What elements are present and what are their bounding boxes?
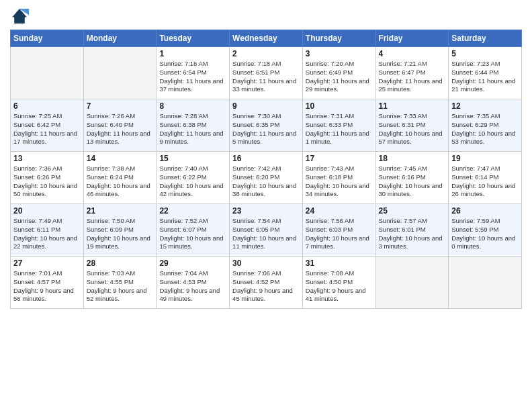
- day-header-saturday: Saturday: [449, 30, 522, 47]
- day-number: 2: [232, 49, 300, 58]
- calendar-cell: 31Sunrise: 7:08 AM Sunset: 4:50 PM Dayli…: [302, 257, 375, 309]
- day-info: Sunrise: 7:04 AM Sunset: 4:53 PM Dayligh…: [159, 269, 226, 304]
- calendar-cell: [11, 47, 84, 99]
- day-number: 5: [451, 49, 519, 58]
- calendar-cell: 3Sunrise: 7:20 AM Sunset: 6:49 PM Daylig…: [302, 47, 375, 99]
- calendar-cell: 21Sunrise: 7:50 AM Sunset: 6:09 PM Dayli…: [83, 204, 157, 257]
- day-number: 9: [232, 101, 300, 111]
- calendar-cell: 25Sunrise: 7:57 AM Sunset: 6:01 PM Dayli…: [375, 204, 449, 257]
- day-number: 3: [306, 49, 373, 58]
- week-row-3: 20Sunrise: 7:49 AM Sunset: 6:11 PM Dayli…: [11, 204, 522, 257]
- day-info: Sunrise: 7:36 AM Sunset: 6:26 PM Dayligh…: [13, 165, 81, 199]
- calendar-cell: 28Sunrise: 7:03 AM Sunset: 4:55 PM Dayli…: [83, 257, 157, 309]
- calendar-cell: 22Sunrise: 7:52 AM Sunset: 6:07 PM Dayli…: [157, 204, 230, 257]
- day-info: Sunrise: 7:31 AM Sunset: 6:33 PM Dayligh…: [306, 112, 373, 146]
- calendar-cell: 16Sunrise: 7:42 AM Sunset: 6:20 PM Dayli…: [230, 152, 303, 204]
- day-header-monday: Monday: [83, 30, 157, 47]
- day-number: 14: [87, 154, 154, 163]
- calendar-cell: 23Sunrise: 7:54 AM Sunset: 6:05 PM Dayli…: [230, 204, 303, 257]
- day-info: Sunrise: 7:03 AM Sunset: 4:55 PM Dayligh…: [87, 269, 154, 304]
- calendar-cell: 26Sunrise: 7:59 AM Sunset: 5:59 PM Dayli…: [449, 204, 522, 257]
- day-info: Sunrise: 7:28 AM Sunset: 6:38 PM Dayligh…: [159, 112, 226, 146]
- day-number: 1: [159, 49, 226, 58]
- calendar-cell: 11Sunrise: 7:33 AM Sunset: 6:31 PM Dayli…: [375, 99, 449, 152]
- day-number: 10: [306, 101, 373, 111]
- day-info: Sunrise: 7:08 AM Sunset: 4:50 PM Dayligh…: [306, 269, 373, 304]
- day-info: Sunrise: 7:43 AM Sunset: 6:18 PM Dayligh…: [306, 165, 373, 199]
- day-number: 25: [379, 206, 446, 216]
- day-number: 7: [87, 101, 154, 111]
- day-info: Sunrise: 7:47 AM Sunset: 6:14 PM Dayligh…: [451, 165, 519, 199]
- day-number: 22: [159, 206, 226, 216]
- week-row-4: 27Sunrise: 7:01 AM Sunset: 4:57 PM Dayli…: [11, 257, 522, 309]
- day-number: 27: [13, 259, 81, 268]
- calendar-cell: 1Sunrise: 7:16 AM Sunset: 6:54 PM Daylig…: [157, 47, 230, 99]
- day-number: 23: [232, 206, 300, 216]
- day-info: Sunrise: 7:54 AM Sunset: 6:05 PM Dayligh…: [232, 217, 300, 251]
- day-info: Sunrise: 7:26 AM Sunset: 6:40 PM Dayligh…: [87, 112, 154, 146]
- calendar-cell: 20Sunrise: 7:49 AM Sunset: 6:11 PM Dayli…: [11, 204, 84, 257]
- day-number: 6: [13, 101, 81, 111]
- calendar-cell: [83, 47, 157, 99]
- calendar-cell: 8Sunrise: 7:28 AM Sunset: 6:38 PM Daylig…: [157, 99, 230, 152]
- calendar-cell: 5Sunrise: 7:23 AM Sunset: 6:44 PM Daylig…: [449, 47, 522, 99]
- day-number: 30: [232, 259, 300, 268]
- calendar-body: 1Sunrise: 7:16 AM Sunset: 6:54 PM Daylig…: [11, 47, 522, 309]
- day-header-wednesday: Wednesday: [230, 30, 303, 47]
- day-number: 8: [159, 101, 226, 111]
- day-number: 4: [379, 49, 446, 58]
- day-info: Sunrise: 7:40 AM Sunset: 6:22 PM Dayligh…: [159, 165, 226, 199]
- day-info: Sunrise: 7:50 AM Sunset: 6:09 PM Dayligh…: [87, 217, 154, 251]
- day-info: Sunrise: 7:49 AM Sunset: 6:11 PM Dayligh…: [13, 217, 81, 251]
- calendar-cell: 15Sunrise: 7:40 AM Sunset: 6:22 PM Dayli…: [157, 152, 230, 204]
- calendar-cell: 17Sunrise: 7:43 AM Sunset: 6:18 PM Dayli…: [302, 152, 375, 204]
- day-number: 13: [13, 154, 81, 163]
- calendar-cell: 19Sunrise: 7:47 AM Sunset: 6:14 PM Dayli…: [449, 152, 522, 204]
- day-number: 12: [451, 101, 519, 111]
- calendar-cell: 30Sunrise: 7:06 AM Sunset: 4:52 PM Dayli…: [230, 257, 303, 309]
- day-number: 19: [451, 154, 519, 163]
- day-number: 15: [159, 154, 226, 163]
- day-info: Sunrise: 7:23 AM Sunset: 6:44 PM Dayligh…: [451, 60, 519, 94]
- day-info: Sunrise: 7:45 AM Sunset: 6:16 PM Dayligh…: [379, 165, 446, 199]
- day-info: Sunrise: 7:33 AM Sunset: 6:31 PM Dayligh…: [379, 112, 446, 146]
- day-number: 16: [232, 154, 300, 163]
- calendar-cell: 10Sunrise: 7:31 AM Sunset: 6:33 PM Dayli…: [302, 99, 375, 152]
- day-info: Sunrise: 7:20 AM Sunset: 6:49 PM Dayligh…: [306, 60, 373, 94]
- calendar-cell: 6Sunrise: 7:25 AM Sunset: 6:42 PM Daylig…: [11, 99, 84, 152]
- calendar-cell: [449, 257, 522, 309]
- calendar-cell: 4Sunrise: 7:21 AM Sunset: 6:47 PM Daylig…: [375, 47, 449, 99]
- day-number: 29: [159, 259, 226, 268]
- calendar-cell: 13Sunrise: 7:36 AM Sunset: 6:26 PM Dayli…: [11, 152, 84, 204]
- day-number: 26: [451, 206, 519, 216]
- day-number: 18: [379, 154, 446, 163]
- day-info: Sunrise: 7:01 AM Sunset: 4:57 PM Dayligh…: [13, 269, 81, 304]
- day-info: Sunrise: 7:21 AM Sunset: 6:47 PM Dayligh…: [379, 60, 446, 94]
- week-row-0: 1Sunrise: 7:16 AM Sunset: 6:54 PM Daylig…: [11, 47, 522, 99]
- day-info: Sunrise: 7:38 AM Sunset: 6:24 PM Dayligh…: [87, 165, 154, 199]
- day-info: Sunrise: 7:42 AM Sunset: 6:20 PM Dayligh…: [232, 165, 300, 199]
- calendar-cell: 7Sunrise: 7:26 AM Sunset: 6:40 PM Daylig…: [83, 99, 157, 152]
- day-info: Sunrise: 7:16 AM Sunset: 6:54 PM Dayligh…: [159, 60, 226, 94]
- calendar-header: SundayMondayTuesdayWednesdayThursdayFrid…: [11, 30, 522, 47]
- day-header-thursday: Thursday: [302, 30, 375, 47]
- day-info: Sunrise: 7:52 AM Sunset: 6:07 PM Dayligh…: [159, 217, 226, 251]
- header-row: SundayMondayTuesdayWednesdayThursdayFrid…: [11, 30, 522, 47]
- calendar-cell: 29Sunrise: 7:04 AM Sunset: 4:53 PM Dayli…: [157, 257, 230, 309]
- day-number: 31: [306, 259, 373, 268]
- day-number: 20: [13, 206, 81, 216]
- day-header-tuesday: Tuesday: [157, 30, 230, 47]
- page: SundayMondayTuesdayWednesdayThursdayFrid…: [0, 0, 532, 411]
- day-number: 21: [87, 206, 154, 216]
- day-info: Sunrise: 7:56 AM Sunset: 6:03 PM Dayligh…: [306, 217, 373, 251]
- calendar-cell: 2Sunrise: 7:18 AM Sunset: 6:51 PM Daylig…: [230, 47, 303, 99]
- calendar-cell: 14Sunrise: 7:38 AM Sunset: 6:24 PM Dayli…: [83, 152, 157, 204]
- day-info: Sunrise: 7:18 AM Sunset: 6:51 PM Dayligh…: [232, 60, 300, 94]
- day-number: 24: [306, 206, 373, 216]
- calendar-cell: 12Sunrise: 7:35 AM Sunset: 6:29 PM Dayli…: [449, 99, 522, 152]
- calendar: SundayMondayTuesdayWednesdayThursdayFrid…: [10, 30, 522, 309]
- logo-icon: [10, 7, 29, 26]
- calendar-cell: 24Sunrise: 7:56 AM Sunset: 6:03 PM Dayli…: [302, 204, 375, 257]
- calendar-cell: 9Sunrise: 7:30 AM Sunset: 6:35 PM Daylig…: [230, 99, 303, 152]
- header: [10, 7, 522, 26]
